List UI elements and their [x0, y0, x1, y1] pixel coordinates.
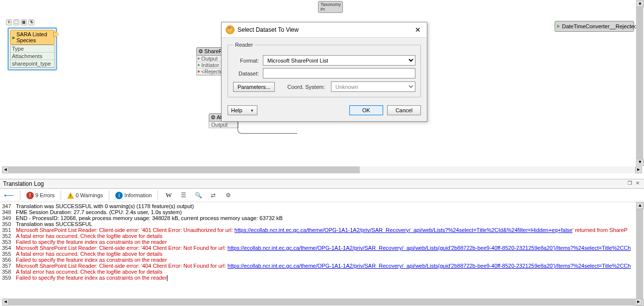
cancel-button[interactable]: Cancel	[387, 105, 421, 115]
line-msg: Microsoft SharePoint List Reader: Client…	[16, 245, 642, 251]
log-title: Translation Log	[3, 180, 625, 187]
panel-float-button[interactable]: ❐	[626, 180, 633, 187]
coord-system-select[interactable]: Unknown	[331, 81, 415, 92]
gear-icon: ⚙	[211, 114, 216, 120]
line-number: 349	[2, 215, 16, 221]
vscroll-thumb[interactable]	[636, 7, 643, 159]
line-msg: Failed to specify the feature index as c…	[16, 239, 642, 245]
fme-icon	[226, 25, 235, 34]
scroll-left-button[interactable]: ◄	[2, 166, 9, 173]
line-msg: FME Session Duration: 27.7 seconds. (CPU…	[16, 209, 642, 215]
line-msg: END - ProcessID: 12068, peak process mem…	[16, 215, 642, 221]
log-link[interactable]: https://ecollab.ncr.int.ec.gc.ca/theme/O…	[235, 227, 572, 233]
warnings-filter[interactable]: 0 Warnings	[67, 192, 103, 199]
line-number: 352	[2, 233, 16, 239]
hscroll-thumb[interactable]	[9, 299, 635, 306]
node-sharepoint[interactable]: ⚙SharePointC Output Initiator <Rejected>	[196, 47, 224, 76]
scroll-down-button[interactable]: ▼	[636, 159, 644, 166]
line-number: 354	[2, 245, 16, 251]
log-line: 358A fatal error has occurred. Check the…	[2, 269, 642, 275]
arrow-in-icon: ▸	[12, 34, 15, 41]
dialog-title: Select Dataset To View	[238, 26, 413, 33]
format-label: Format:	[233, 58, 259, 64]
info-icon: i	[115, 192, 123, 199]
port: Type	[10, 45, 54, 53]
line-number: 353	[2, 239, 16, 245]
icon-mini[interactable]: ⎘	[6, 19, 12, 25]
line-number: 356	[2, 257, 16, 263]
port: Attachments	[10, 53, 54, 60]
dialog-select-dataset: Select Dataset To View ✕ Reader Format: …	[221, 22, 427, 122]
gear-icon: ⚙	[198, 48, 203, 55]
log-line: 350Translation was SUCCESSFUL	[2, 221, 642, 227]
parameters-button[interactable]: Parameters...	[233, 82, 275, 92]
close-button[interactable]: ✕	[413, 26, 423, 34]
line-msg: A fatal error has occurred. Check the lo…	[16, 233, 642, 239]
log-link[interactable]: https://ecollab.ncr.int.ec.gc.ca/theme/O…	[228, 263, 631, 269]
log-line: 352A fatal error has occurred. Check the…	[2, 233, 642, 239]
help-button[interactable]: Help▼	[228, 105, 257, 115]
translation-log-panel: Translation Log ❐ ✕ ⟵ !9 Errors 0 Warnin…	[0, 179, 644, 306]
hscroll-track[interactable]	[9, 299, 635, 306]
settings-button[interactable]: ⚙	[224, 191, 233, 200]
node-taxonomy[interactable]: Taxonomy Pr	[318, 1, 343, 13]
filter-button[interactable]: ⇄	[209, 191, 218, 200]
node-datetime-converter[interactable]: DateTimeConverter__Rejected_ 🔍	[555, 21, 634, 32]
hscroll-thumb[interactable]	[9, 166, 360, 173]
port-icon	[198, 70, 200, 73]
hscroll-track[interactable]	[9, 166, 635, 173]
log-line: 356Failed to specify the feature index a…	[2, 257, 642, 263]
log-link[interactable]: https://ecollab.ncr.int.ec.gc.ca/theme/O…	[228, 245, 631, 251]
vscroll-track[interactable]	[636, 209, 644, 299]
scroll-up-button[interactable]: ▲	[636, 202, 644, 209]
port: Output	[201, 56, 218, 62]
scroll-up-button[interactable]: ▲	[636, 0, 644, 7]
line-msg: Translation was SUCCESSFUL	[16, 221, 642, 227]
back-button[interactable]: ⟵	[4, 191, 14, 199]
line-msg: A fatal error has occurred. Check the lo…	[16, 269, 642, 275]
ok-button[interactable]: OK	[349, 105, 383, 115]
log-content[interactable]: ▲ ▼ 347Translation was SUCCESSFUL with 0…	[0, 202, 644, 306]
log-line: 353Failed to specify the feature index a…	[2, 239, 642, 245]
icon-mini[interactable]: ⬚	[13, 19, 19, 25]
scroll-right-button[interactable]: ►	[635, 166, 642, 173]
line-number: 347	[2, 203, 16, 209]
log-line: 349END - ProcessID: 12068, peak process …	[2, 215, 642, 221]
arrow-out-icon	[53, 32, 59, 37]
line-number: 350	[2, 221, 16, 227]
node-title: SARA Listed Species	[16, 31, 52, 43]
errors-filter[interactable]: !9 Errors	[26, 192, 55, 199]
wrap-button[interactable]: W	[164, 191, 173, 200]
port: Output	[211, 122, 228, 128]
chevron-down-icon: ▼	[250, 109, 254, 112]
port: Initiator	[201, 62, 219, 68]
port: sharepoint_type	[10, 60, 54, 68]
format-select[interactable]: Microsoft SharePoint List	[263, 55, 415, 66]
warning-icon	[67, 192, 74, 199]
line-number: 357	[2, 263, 16, 269]
scroll-right-button[interactable]: ►	[635, 299, 642, 306]
log-line: 348FME Session Duration: 27.7 seconds. (…	[2, 209, 642, 215]
vscroll-thumb[interactable]	[636, 209, 643, 299]
log-line: 357Microsoft SharePoint List Reader: Cli…	[2, 263, 642, 269]
error-icon: !	[26, 192, 34, 199]
node-sara-listed-species[interactable]: ▸ SARA Listed Species Type Attachments s…	[7, 27, 57, 71]
line-number: 359	[2, 275, 16, 281]
search-button[interactable]: 🔍	[194, 191, 203, 200]
port-icon	[198, 64, 200, 67]
icon-mini[interactable]: ⇅	[28, 19, 34, 25]
list-button[interactable]: ☰	[179, 191, 188, 200]
line-number: 355	[2, 251, 16, 257]
panel-close-button[interactable]: ✕	[634, 180, 641, 187]
dataset-input[interactable]	[263, 68, 415, 78]
info-filter[interactable]: iInformation	[115, 192, 152, 199]
icon-mini[interactable]: ▦	[21, 19, 27, 25]
line-number: 348	[2, 209, 16, 215]
vscroll-track[interactable]	[636, 7, 644, 159]
line-msg: Translation was SUCCESSFUL with 0 warnin…	[16, 203, 642, 209]
scroll-left-button[interactable]: ◄	[2, 299, 9, 306]
log-line: 351Microsoft SharePoint List Reader: Cli…	[2, 227, 642, 233]
line-msg: A fatal error has occurred. Check the lo…	[16, 251, 642, 257]
log-line: 359Failed to specify the feature index a…	[2, 275, 642, 281]
port-in-icon	[557, 24, 560, 28]
